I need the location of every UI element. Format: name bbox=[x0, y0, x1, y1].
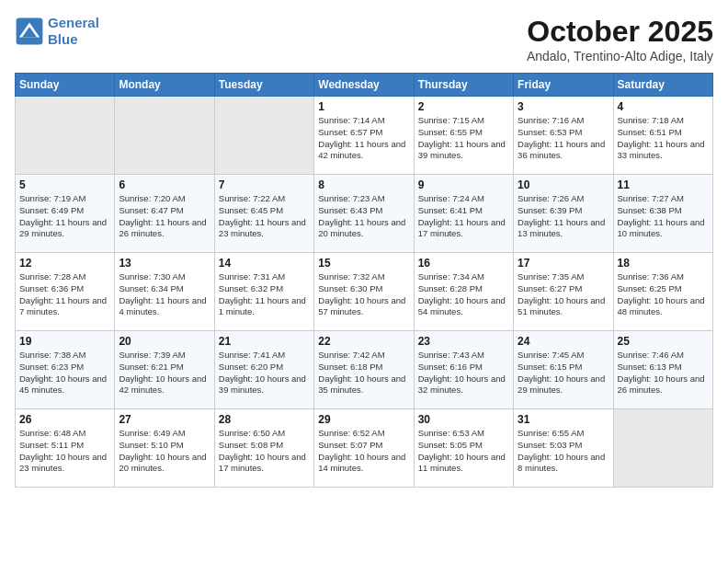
day-info: Sunrise: 7:32 AM Sunset: 6:30 PM Dayligh… bbox=[318, 271, 409, 318]
day-info: Sunrise: 7:16 AM Sunset: 6:53 PM Dayligh… bbox=[518, 115, 609, 162]
day-info: Sunrise: 7:36 AM Sunset: 6:25 PM Dayligh… bbox=[618, 271, 709, 318]
day-info: Sunrise: 6:49 AM Sunset: 5:10 PM Dayligh… bbox=[119, 428, 210, 475]
week-row-3: 12Sunrise: 7:28 AM Sunset: 6:36 PM Dayli… bbox=[16, 253, 713, 331]
day-number: 22 bbox=[318, 335, 409, 348]
day-cell: 15Sunrise: 7:32 AM Sunset: 6:30 PM Dayli… bbox=[314, 253, 414, 331]
day-number: 11 bbox=[618, 178, 709, 191]
weekday-header-wednesday: Wednesday bbox=[314, 74, 414, 97]
day-cell: 17Sunrise: 7:35 AM Sunset: 6:27 PM Dayli… bbox=[514, 253, 613, 331]
day-number: 23 bbox=[418, 335, 509, 348]
day-number: 4 bbox=[618, 100, 709, 113]
day-info: Sunrise: 7:31 AM Sunset: 6:32 PM Dayligh… bbox=[219, 271, 310, 318]
day-cell: 23Sunrise: 7:43 AM Sunset: 6:16 PM Dayli… bbox=[414, 331, 513, 409]
day-cell: 22Sunrise: 7:42 AM Sunset: 6:18 PM Dayli… bbox=[314, 331, 414, 409]
day-cell bbox=[115, 97, 214, 175]
day-number: 7 bbox=[219, 178, 310, 191]
day-cell: 24Sunrise: 7:45 AM Sunset: 6:15 PM Dayli… bbox=[514, 331, 613, 409]
week-row-5: 26Sunrise: 6:48 AM Sunset: 5:11 PM Dayli… bbox=[16, 409, 713, 488]
day-number: 12 bbox=[19, 257, 110, 270]
day-info: Sunrise: 7:15 AM Sunset: 6:55 PM Dayligh… bbox=[418, 115, 509, 162]
weekday-header-friday: Friday bbox=[514, 74, 613, 97]
day-number: 8 bbox=[318, 178, 409, 191]
day-info: Sunrise: 7:30 AM Sunset: 6:34 PM Dayligh… bbox=[119, 271, 210, 318]
day-info: Sunrise: 7:45 AM Sunset: 6:15 PM Dayligh… bbox=[518, 350, 609, 396]
day-number: 5 bbox=[19, 178, 110, 191]
day-cell: 16Sunrise: 7:34 AM Sunset: 6:28 PM Dayli… bbox=[414, 253, 513, 331]
day-info: Sunrise: 7:43 AM Sunset: 6:16 PM Dayligh… bbox=[418, 350, 509, 396]
logo-text: General Blue bbox=[48, 15, 99, 48]
day-number: 21 bbox=[219, 335, 310, 348]
day-info: Sunrise: 7:39 AM Sunset: 6:21 PM Dayligh… bbox=[119, 350, 210, 396]
day-cell: 25Sunrise: 7:46 AM Sunset: 6:13 PM Dayli… bbox=[613, 331, 712, 409]
location-title: Andalo, Trentino-Alto Adige, Italy bbox=[527, 49, 713, 63]
day-number: 13 bbox=[119, 257, 210, 270]
day-cell: 8Sunrise: 7:23 AM Sunset: 6:43 PM Daylig… bbox=[314, 175, 414, 253]
day-info: Sunrise: 7:28 AM Sunset: 6:36 PM Dayligh… bbox=[19, 271, 110, 318]
day-cell: 12Sunrise: 7:28 AM Sunset: 6:36 PM Dayli… bbox=[16, 253, 115, 331]
day-cell: 1Sunrise: 7:14 AM Sunset: 6:57 PM Daylig… bbox=[314, 97, 414, 175]
weekday-header-saturday: Saturday bbox=[613, 74, 712, 97]
day-cell: 9Sunrise: 7:24 AM Sunset: 6:41 PM Daylig… bbox=[414, 175, 513, 253]
day-info: Sunrise: 7:41 AM Sunset: 6:20 PM Dayligh… bbox=[219, 350, 310, 396]
day-info: Sunrise: 7:35 AM Sunset: 6:27 PM Dayligh… bbox=[518, 271, 609, 318]
day-number: 14 bbox=[219, 257, 310, 270]
day-info: Sunrise: 6:50 AM Sunset: 5:08 PM Dayligh… bbox=[219, 428, 310, 475]
day-number: 2 bbox=[418, 100, 509, 113]
week-row-2: 5Sunrise: 7:19 AM Sunset: 6:49 PM Daylig… bbox=[16, 175, 713, 253]
day-cell bbox=[214, 97, 313, 175]
day-cell: 26Sunrise: 6:48 AM Sunset: 5:11 PM Dayli… bbox=[16, 409, 115, 488]
day-info: Sunrise: 6:52 AM Sunset: 5:07 PM Dayligh… bbox=[318, 428, 409, 475]
day-number: 17 bbox=[518, 257, 609, 270]
logo-icon bbox=[15, 17, 44, 46]
day-number: 26 bbox=[19, 413, 110, 426]
day-cell: 18Sunrise: 7:36 AM Sunset: 6:25 PM Dayli… bbox=[613, 253, 712, 331]
day-cell: 28Sunrise: 6:50 AM Sunset: 5:08 PM Dayli… bbox=[214, 409, 313, 488]
month-title: October 2025 bbox=[527, 15, 713, 49]
day-cell: 29Sunrise: 6:52 AM Sunset: 5:07 PM Dayli… bbox=[314, 409, 414, 488]
weekday-header-sunday: Sunday bbox=[16, 74, 115, 97]
day-number: 20 bbox=[119, 335, 210, 348]
weekday-header-tuesday: Tuesday bbox=[214, 74, 313, 97]
day-cell: 19Sunrise: 7:38 AM Sunset: 6:23 PM Dayli… bbox=[16, 331, 115, 409]
day-info: Sunrise: 7:14 AM Sunset: 6:57 PM Dayligh… bbox=[318, 115, 409, 162]
weekday-header-row: SundayMondayTuesdayWednesdayThursdayFrid… bbox=[16, 74, 713, 97]
day-number: 27 bbox=[119, 413, 210, 426]
day-number: 15 bbox=[318, 257, 409, 270]
day-cell: 3Sunrise: 7:16 AM Sunset: 6:53 PM Daylig… bbox=[514, 97, 613, 175]
day-number: 18 bbox=[618, 257, 709, 270]
day-cell: 10Sunrise: 7:26 AM Sunset: 6:39 PM Dayli… bbox=[514, 175, 613, 253]
weekday-header-monday: Monday bbox=[115, 74, 214, 97]
day-cell bbox=[16, 97, 115, 175]
day-info: Sunrise: 7:19 AM Sunset: 6:49 PM Dayligh… bbox=[19, 193, 110, 240]
day-number: 25 bbox=[618, 335, 709, 348]
day-cell: 5Sunrise: 7:19 AM Sunset: 6:49 PM Daylig… bbox=[16, 175, 115, 253]
day-info: Sunrise: 7:27 AM Sunset: 6:38 PM Dayligh… bbox=[618, 193, 709, 240]
day-cell: 11Sunrise: 7:27 AM Sunset: 6:38 PM Dayli… bbox=[613, 175, 712, 253]
day-number: 10 bbox=[518, 178, 609, 191]
header: General Blue October 2025 Andalo, Trenti… bbox=[15, 15, 713, 63]
day-info: Sunrise: 7:26 AM Sunset: 6:39 PM Dayligh… bbox=[518, 193, 609, 240]
week-row-1: 1Sunrise: 7:14 AM Sunset: 6:57 PM Daylig… bbox=[16, 97, 713, 175]
day-number: 29 bbox=[318, 413, 409, 426]
day-cell bbox=[613, 409, 712, 488]
day-info: Sunrise: 7:24 AM Sunset: 6:41 PM Dayligh… bbox=[418, 193, 509, 240]
weekday-header-thursday: Thursday bbox=[414, 74, 513, 97]
day-number: 9 bbox=[418, 178, 509, 191]
day-number: 30 bbox=[418, 413, 509, 426]
day-info: Sunrise: 6:48 AM Sunset: 5:11 PM Dayligh… bbox=[19, 428, 110, 475]
title-area: October 2025 Andalo, Trentino-Alto Adige… bbox=[527, 15, 713, 63]
day-cell: 21Sunrise: 7:41 AM Sunset: 6:20 PM Dayli… bbox=[214, 331, 313, 409]
day-number: 31 bbox=[518, 413, 609, 426]
day-cell: 6Sunrise: 7:20 AM Sunset: 6:47 PM Daylig… bbox=[115, 175, 214, 253]
day-info: Sunrise: 7:42 AM Sunset: 6:18 PM Dayligh… bbox=[318, 350, 409, 396]
day-cell: 4Sunrise: 7:18 AM Sunset: 6:51 PM Daylig… bbox=[613, 97, 712, 175]
day-info: Sunrise: 7:20 AM Sunset: 6:47 PM Dayligh… bbox=[119, 193, 210, 240]
day-info: Sunrise: 7:38 AM Sunset: 6:23 PM Dayligh… bbox=[19, 350, 110, 396]
day-info: Sunrise: 7:46 AM Sunset: 6:13 PM Dayligh… bbox=[618, 350, 709, 396]
day-cell: 7Sunrise: 7:22 AM Sunset: 6:45 PM Daylig… bbox=[214, 175, 313, 253]
day-info: Sunrise: 6:53 AM Sunset: 5:05 PM Dayligh… bbox=[418, 428, 509, 475]
day-number: 24 bbox=[518, 335, 609, 348]
day-cell: 13Sunrise: 7:30 AM Sunset: 6:34 PM Dayli… bbox=[115, 253, 214, 331]
calendar-table: SundayMondayTuesdayWednesdayThursdayFrid… bbox=[15, 73, 713, 488]
day-number: 19 bbox=[19, 335, 110, 348]
